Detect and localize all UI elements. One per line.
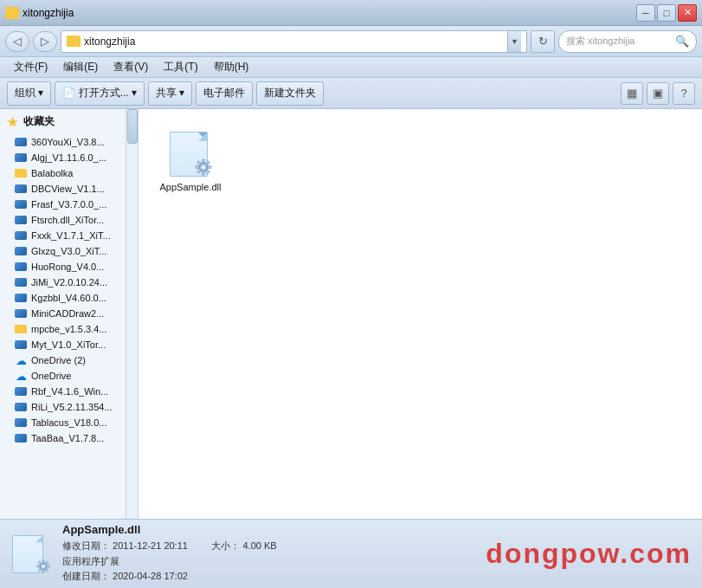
sidebar-item-17[interactable]: RiLi_V5.2.11.354... [0, 399, 138, 415]
sidebar-item-12[interactable]: mpcbe_v1.5.3.4... [0, 321, 138, 337]
status-size: 4.00 KB [243, 540, 277, 551]
item-icon-11 [14, 308, 28, 319]
sidebar-item-label-12: mpcbe_v1.5.3.4... [31, 324, 106, 334]
status-create-label: 创建日期： [62, 571, 110, 581]
sidebar-item-label-4: Frasf_V3.7.0.0_... [31, 199, 106, 210]
title-bar-left: xitongzhijia [5, 7, 74, 19]
organize-button[interactable]: 组织 ▾ [7, 81, 51, 106]
sidebar-item-19[interactable]: TaaBaa_V1.7.8... [0, 430, 138, 446]
nav-bar: ◁ ▷ xitongzhijia ▼ ↻ 搜索 xitongzhijia 🔍 [0, 26, 702, 57]
back-button[interactable]: ◁ [5, 31, 29, 52]
item-icon-1 [14, 152, 28, 163]
sidebar-item-label-7: Glxzq_V3.0_XiT... [31, 246, 106, 256]
item-icon-9 [14, 277, 28, 288]
menu-help[interactable]: 帮助(H) [207, 58, 256, 76]
address-bar: xitongzhijia ▼ [61, 30, 527, 53]
sidebar-item-2[interactable]: Balabolka [0, 165, 138, 181]
email-button[interactable]: 电子邮件 [196, 81, 253, 106]
svg-rect-3 [203, 171, 205, 175]
sidebar-item-label-17: RiLi_V5.2.11.354... [31, 402, 113, 412]
sidebar-item-3[interactable]: DBCView_V1.1... [0, 181, 138, 197]
sidebar-item-18[interactable]: Tablacus_V18.0... [0, 415, 138, 430]
item-icon-14: ☁ [14, 355, 28, 365]
file-name-label: AppSample.dll [160, 182, 222, 192]
preview-pane-button[interactable]: ▣ [647, 82, 669, 105]
back-icon: ◁ [13, 35, 22, 48]
status-modify-label: 修改日期： [62, 540, 110, 551]
sidebar-scrollbar-thumb[interactable] [127, 109, 138, 144]
sidebar-item-11[interactable]: MiniCADDraw2... [0, 306, 138, 321]
item-icon-0 [14, 137, 28, 147]
menu-edit[interactable]: 编辑(E) [56, 58, 105, 76]
menu-tools[interactable]: 工具(T) [157, 58, 204, 76]
new-folder-button[interactable]: 新建文件夹 [256, 81, 324, 106]
sidebar-item-10[interactable]: Kgzbbl_V4.60.0... [0, 290, 138, 306]
folder-icon [5, 7, 19, 19]
close-button[interactable]: ✕ [678, 4, 697, 22]
sidebar-item-1[interactable]: Algj_V1.11.6.0_... [0, 150, 138, 165]
status-file-icon [10, 533, 52, 575]
status-detail-type: 应用程序扩展 [62, 554, 475, 570]
preview-icon: ▣ [653, 87, 663, 100]
sidebar-item-5[interactable]: Ftsrch.dll_XiTor... [0, 212, 138, 228]
address-dropdown[interactable]: ▼ [507, 31, 521, 52]
sidebar-item-7[interactable]: Glxzq_V3.0_XiT... [0, 243, 138, 259]
toolbar: 组织 ▾ 📄 打开方式... ▾ 共享 ▾ 电子邮件 新建文件夹 ▦ ▣ ? [0, 78, 702, 109]
file-item-appsample[interactable]: AppSample.dll [156, 126, 225, 196]
svg-point-1 [202, 165, 206, 170]
sidebar-item-0[interactable]: 360YouXi_V3.8... [0, 134, 138, 150]
sidebar-item-label-0: 360YouXi_V3.8... [31, 137, 105, 147]
sidebar-item-label-6: Fxxk_V1.7.1_XiT... [31, 230, 111, 241]
view-toggle-button[interactable]: ▦ [621, 82, 643, 105]
sidebar-item-8[interactable]: HuoRong_V4.0... [0, 259, 138, 275]
refresh-icon: ↻ [538, 35, 548, 48]
share-label: 共享 ▾ [156, 86, 184, 100]
item-icon-17 [14, 402, 28, 412]
menu-view[interactable]: 查看(V) [106, 58, 155, 76]
sidebar-item-4[interactable]: Frasf_V3.7.0.0_... [0, 197, 138, 212]
item-icon-3 [14, 184, 28, 194]
item-icon-15: ☁ [14, 371, 28, 381]
item-icon-5 [14, 215, 28, 225]
sidebar-item-16[interactable]: Rbf_V4.1.6_Win... [0, 384, 138, 399]
sidebar-item-label-1: Algj_V1.11.6.0_... [31, 152, 106, 163]
minimize-button[interactable]: ─ [636, 4, 655, 22]
status-size-label: 大小： [211, 540, 240, 551]
item-icon-10 [14, 293, 28, 303]
status-info: AppSample.dll 修改日期： 2011-12-21 20:11 大小：… [62, 523, 475, 585]
title-bar-controls: ─ □ ✕ [636, 4, 697, 22]
item-icon-16 [14, 386, 28, 397]
share-button[interactable]: 共享 ▾ [148, 81, 192, 106]
sidebar-item-14[interactable]: ☁ OneDrive (2) [0, 352, 138, 368]
search-bar: 搜索 xitongzhijia 🔍 [558, 30, 697, 53]
view-icon: ▦ [627, 87, 637, 100]
status-filename: AppSample.dll [62, 523, 475, 536]
onedrive-icon-15: ☁ [16, 370, 27, 383]
forward-button[interactable]: ▷ [33, 31, 57, 52]
item-icon-19 [14, 433, 28, 443]
status-gear-icon [33, 556, 54, 577]
open-with-button[interactable]: 📄 打开方式... ▾ [55, 81, 145, 106]
sidebar-item-label-13: Myt_V1.0_XiTor... [31, 339, 106, 350]
gear-svg-icon [190, 154, 216, 180]
sidebar-item-9[interactable]: JiMi_V2.0.10.24... [0, 275, 138, 290]
svg-rect-4 [196, 166, 199, 169]
open-with-label: 📄 打开方式... ▾ [62, 86, 137, 100]
sidebar-item-13[interactable]: Myt_V1.0_XiTor... [0, 337, 138, 352]
address-folder-icon [67, 36, 81, 47]
svg-rect-12 [42, 559, 44, 562]
help-button[interactable]: ? [673, 82, 695, 105]
item-icon-13 [14, 339, 28, 350]
sidebar-item-15[interactable]: ☁ OneDrive [0, 368, 138, 384]
sidebar-item-6[interactable]: Fxxk_V1.7.1_XiT... [0, 228, 138, 243]
new-folder-label: 新建文件夹 [264, 86, 316, 100]
refresh-button[interactable]: ↻ [531, 30, 555, 53]
search-button[interactable]: 🔍 [675, 35, 689, 48]
toolbar-right: ▦ ▣ ? [621, 82, 695, 105]
sidebar: ★ 收藏夹 360YouXi_V3.8... Algj_V1.11.6.0_..… [0, 109, 138, 519]
maximize-button[interactable]: □ [657, 4, 676, 22]
sidebar-scrollbar-track[interactable] [126, 109, 138, 519]
sidebar-item-label-5: Ftsrch.dll_XiTor... [31, 215, 104, 225]
menu-file[interactable]: 文件(F) [7, 58, 55, 76]
content-area: AppSample.dll [138, 109, 702, 519]
